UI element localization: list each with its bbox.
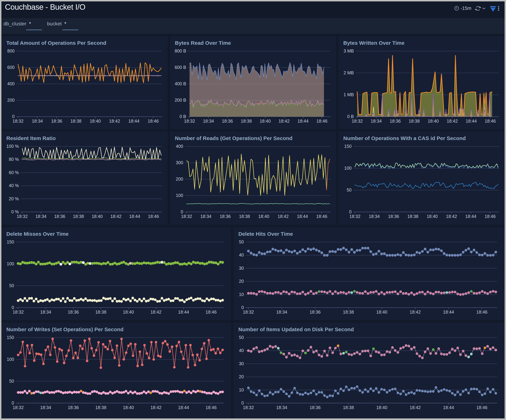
svg-text:18:38: 18:38 (70, 118, 81, 124)
svg-text:18:38: 18:38 (95, 405, 107, 410)
svg-text:18:40: 18:40 (260, 118, 271, 124)
svg-text:18:32: 18:32 (17, 214, 28, 219)
svg-text:40 %: 40 % (9, 183, 19, 188)
svg-text:0: 0 (241, 400, 244, 405)
svg-text:20: 20 (239, 279, 244, 284)
svg-text:300: 300 (176, 160, 183, 165)
svg-text:18:34: 18:34 (32, 118, 43, 124)
svg-text:10: 10 (239, 292, 244, 297)
svg-text:18:32: 18:32 (13, 405, 24, 410)
svg-text:0: 0 (241, 305, 244, 310)
svg-text:60 %: 60 % (9, 170, 19, 175)
svg-text:18:36: 18:36 (310, 405, 321, 410)
svg-text:18:44: 18:44 (178, 405, 189, 410)
svg-text:0: 0 (12, 400, 14, 405)
svg-text:18:36: 18:36 (390, 118, 401, 124)
svg-text:50: 50 (239, 335, 244, 340)
svg-text:50: 50 (9, 379, 14, 384)
svg-text:18:42: 18:42 (150, 309, 161, 315)
svg-text:0 B: 0 B (180, 114, 186, 119)
svg-text:18:42: 18:42 (410, 405, 421, 410)
svg-text:150: 150 (7, 239, 14, 244)
svg-text:18:40: 18:40 (428, 118, 439, 124)
svg-text:100: 100 (7, 261, 14, 266)
svg-text:18:40: 18:40 (90, 118, 101, 124)
svg-text:18:36: 18:36 (220, 214, 231, 219)
svg-text:18:46: 18:46 (485, 118, 496, 124)
svg-text:18:32: 18:32 (184, 118, 195, 124)
svg-text:18:46: 18:46 (148, 214, 159, 219)
svg-text:18:34: 18:34 (200, 214, 211, 219)
svg-text:18:34: 18:34 (40, 309, 51, 315)
svg-text:200: 200 (176, 177, 183, 181)
svg-text:18:44: 18:44 (128, 118, 140, 124)
svg-text:18:40: 18:40 (376, 309, 387, 315)
svg-text:18:44: 18:44 (443, 405, 454, 410)
svg-text:18:32: 18:32 (349, 214, 360, 219)
svg-text:18:44: 18:44 (297, 118, 308, 124)
svg-text:18:46: 18:46 (476, 309, 487, 315)
svg-text:200: 200 (7, 98, 15, 103)
svg-text:18:46: 18:46 (316, 118, 328, 124)
svg-text:1 MB: 1 MB (344, 92, 354, 97)
svg-text:18:42: 18:42 (278, 214, 289, 219)
svg-text:400: 400 (7, 81, 15, 86)
svg-text:18:34: 18:34 (203, 118, 214, 124)
svg-text:18:40: 18:40 (123, 405, 134, 410)
svg-text:18:36: 18:36 (388, 214, 399, 219)
svg-text:18:32: 18:32 (243, 405, 254, 410)
svg-text:18:46: 18:46 (148, 118, 159, 124)
svg-text:400: 400 (176, 144, 183, 149)
svg-text:50: 50 (239, 239, 244, 244)
svg-text:18:36: 18:36 (51, 118, 62, 124)
svg-text:80 %: 80 % (9, 157, 19, 162)
svg-text:18:44: 18:44 (443, 309, 454, 315)
svg-text:18:42: 18:42 (447, 118, 458, 124)
svg-text:150: 150 (344, 144, 352, 149)
svg-text:200 B: 200 B (175, 98, 186, 103)
svg-text:0: 0 (12, 114, 15, 119)
svg-text:2 MB: 2 MB (344, 70, 354, 75)
svg-text:18:34: 18:34 (369, 214, 380, 219)
svg-text:40: 40 (239, 348, 244, 353)
svg-text:18:46: 18:46 (206, 309, 217, 315)
svg-text:18:42: 18:42 (279, 118, 290, 124)
svg-text:18:32: 18:32 (181, 214, 192, 219)
svg-text:18:46: 18:46 (206, 405, 217, 410)
svg-text:800: 800 (7, 48, 15, 53)
svg-text:600: 600 (7, 65, 15, 70)
svg-text:18:44: 18:44 (466, 118, 477, 124)
svg-text:18:42: 18:42 (410, 309, 421, 315)
svg-text:30: 30 (239, 361, 244, 366)
svg-text:18:32: 18:32 (13, 118, 24, 124)
svg-text:18:34: 18:34 (276, 309, 287, 315)
svg-text:-15m: -15m (460, 6, 472, 11)
svg-text:0: 0 (181, 209, 183, 214)
svg-text:0 B: 0 B (347, 114, 354, 119)
svg-text:18:36: 18:36 (54, 214, 65, 219)
svg-text:18:34: 18:34 (35, 214, 47, 219)
svg-text:20 %: 20 % (9, 196, 19, 201)
svg-text:18:44: 18:44 (465, 214, 476, 219)
svg-text:800 B: 800 B (175, 48, 186, 53)
svg-text:18:44: 18:44 (178, 309, 189, 315)
svg-text:18:36: 18:36 (68, 405, 79, 410)
svg-text:18:38: 18:38 (95, 309, 107, 315)
svg-text:18:38: 18:38 (239, 214, 250, 219)
svg-text:600 B: 600 B (175, 65, 186, 70)
svg-text:18:42: 18:42 (446, 214, 457, 219)
svg-text:18:42: 18:42 (110, 214, 121, 219)
svg-text:10: 10 (239, 387, 244, 392)
svg-text:18:38: 18:38 (409, 118, 420, 124)
svg-text:100: 100 (344, 166, 352, 171)
svg-text:18:36: 18:36 (68, 309, 79, 315)
svg-text:0: 0 (12, 305, 14, 310)
svg-text:18:34: 18:34 (371, 118, 382, 124)
svg-text:18:32: 18:32 (352, 118, 363, 124)
svg-text:18:38: 18:38 (343, 309, 354, 315)
svg-text:18:38: 18:38 (241, 118, 252, 124)
svg-text:40: 40 (239, 252, 244, 257)
svg-text:18:42: 18:42 (109, 118, 120, 124)
svg-text:18:38: 18:38 (73, 214, 84, 219)
svg-text:18:44: 18:44 (129, 214, 140, 219)
